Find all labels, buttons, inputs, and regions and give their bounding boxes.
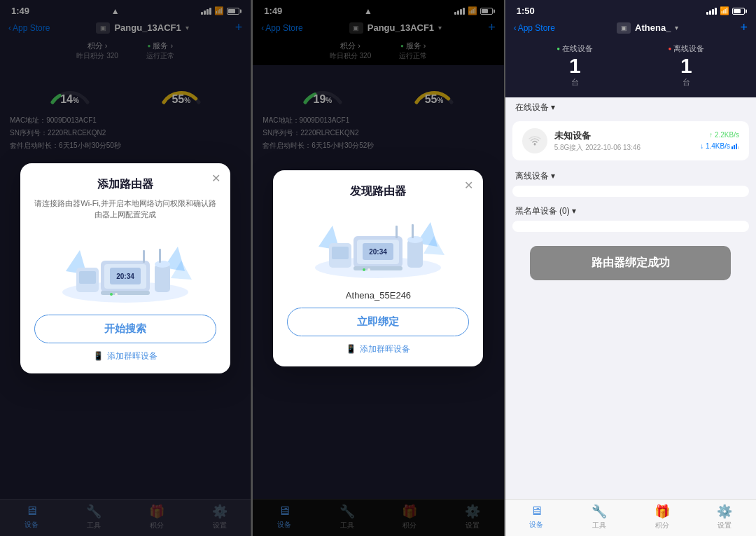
offline-unit: 台 [668, 77, 704, 88]
phone-panel-2: 1:49 ▲ 📶 ‹ App Store ▣ Pangu_13ACF1 ▾ + … [253, 0, 503, 536]
svg-rect-27 [332, 247, 349, 259]
tab-tools-icon-3: 🔧 [592, 504, 607, 519]
router-svg-2: 20:34 [308, 205, 448, 282]
device-info-unknown: 未知设备 5.8G接入 2022-10-06 13:46 [554, 130, 694, 153]
offline-device-list [512, 186, 749, 197]
offline-count: 1 [668, 54, 704, 77]
svg-point-33 [368, 268, 370, 271]
modal-close-1[interactable]: ✕ [211, 172, 220, 185]
router-illustration-1: 20:34 [34, 229, 216, 306]
blacklist-section-header[interactable]: 黑名单设备 (0) ▾ [505, 201, 756, 219]
status-right-3: 📶 [706, 6, 745, 15]
tab-devices-label-3: 设备 [529, 520, 543, 530]
svg-rect-25 [354, 266, 402, 270]
phone-panel-3: 1:50 📶 ‹ App Store ▣ Athena_ ▾ + ● 在线设备 [505, 0, 756, 536]
add-btn-3[interactable]: + [740, 20, 748, 35]
phone-icon-1: 📱 [93, 351, 104, 361]
back-btn-3[interactable]: ‹ App Store [514, 23, 555, 33]
svg-rect-8 [101, 291, 150, 295]
nav-title-3: ▣ Athena_ ▾ [617, 22, 678, 34]
modal-title-2: 发现路由器 [287, 184, 469, 199]
online-count: 1 [556, 54, 593, 77]
tab-devices-icon-3: 🖥 [530, 504, 542, 518]
speed-up: ↑ 2.2KB/s [700, 130, 739, 141]
svg-point-32 [363, 268, 365, 271]
modal-add-router: ✕ 添加路由器 请连接路由器Wi-Fi,并开启本地网络访问权限和确认路由器上网配… [20, 163, 230, 373]
signal-bars-3 [706, 8, 717, 15]
offline-stat: ● 离线设备 1 台 [668, 43, 704, 88]
phone-icon-2: 📱 [346, 344, 356, 354]
tab-points-label-3: 积分 [655, 521, 669, 530]
device-item-unknown[interactable]: 未知设备 5.8G接入 2022-10-06 13:46 ↑ 2.2KB/s ↓… [512, 121, 749, 160]
online-device-list: 未知设备 5.8G接入 2022-10-06 13:46 ↑ 2.2KB/s ↓… [512, 121, 749, 160]
modal-title-1: 添加路由器 [34, 177, 216, 192]
tab-settings-icon-3: ⚙️ [717, 504, 732, 519]
svg-point-16 [115, 293, 118, 296]
tab-settings-label-3: 设置 [718, 521, 732, 530]
bind-now-btn[interactable]: 立即绑定 [287, 308, 469, 336]
unknown-device-name: 未知设备 [554, 130, 694, 142]
router-svg-1: 20:34 [55, 229, 195, 306]
tab-settings-3[interactable]: ⚙️ 设置 [693, 504, 756, 530]
modal-overlay-1: ✕ 添加路由器 请连接路由器Wi-Fi,并开启本地网络访问权限和确认路由器上网配… [0, 0, 251, 536]
svg-rect-13 [143, 250, 145, 263]
signal-strength-icon [732, 144, 739, 149]
svg-point-34 [533, 144, 536, 146]
tab-tools-label-3: 工具 [592, 521, 606, 530]
svg-text:20:34: 20:34 [116, 273, 134, 280]
chevron-3: ▾ [675, 24, 678, 32]
tab-devices-3[interactable]: 🖥 设备 [505, 504, 568, 530]
tab-points-3[interactable]: 🎁 积分 [631, 504, 694, 530]
svg-text:20:34: 20:34 [370, 248, 388, 256]
svg-rect-30 [396, 226, 398, 238]
time-3: 1:50 [517, 6, 535, 16]
add-group-btn-1[interactable]: 📱 添加群晖设备 [34, 350, 216, 362]
online-section-header[interactable]: 在线设备 ▾ [505, 97, 756, 116]
device-wifi-icon [522, 128, 547, 153]
battery-icon-3 [732, 8, 745, 15]
svg-point-29 [407, 236, 423, 243]
blacklist-device-list [512, 221, 749, 232]
add-group-btn-2[interactable]: 📱 添加群晖设备 [287, 343, 469, 355]
router-icon-3: ▣ [617, 22, 631, 34]
found-device-name: Athena_55E246 [287, 290, 469, 301]
svg-rect-10 [79, 271, 96, 284]
start-search-btn[interactable]: 开始搜索 [34, 315, 216, 343]
online-unit: 台 [556, 77, 593, 88]
svg-rect-14 [159, 249, 161, 263]
svg-point-15 [110, 293, 113, 296]
bind-success-btn[interactable]: 路由器绑定成功 [530, 246, 731, 280]
status-bar-3: 1:50 📶 [505, 0, 756, 19]
modal-overlay-2: ✕ 发现路由器 20:34 [253, 0, 503, 536]
device-name-3: Athena_ [635, 22, 671, 33]
wifi-icon-3: 📶 [720, 6, 729, 15]
unknown-device-sub: 5.8G接入 2022-10-06 13:46 [554, 143, 694, 153]
modal-discover-router: ✕ 发现路由器 20:34 [273, 170, 483, 366]
svg-rect-31 [412, 224, 414, 238]
router-illustration-2: 20:34 [287, 205, 469, 282]
svg-rect-11 [155, 264, 170, 292]
stats-row-3: ● 在线设备 1 台 ● 离线设备 1 台 [505, 38, 756, 97]
device-speed: ↑ 2.2KB/s ↓ 1.4KB/s [700, 130, 739, 152]
svg-rect-28 [407, 240, 423, 268]
tab-tools-3[interactable]: 🔧 工具 [568, 504, 631, 530]
nav-bar-3: ‹ App Store ▣ Athena_ ▾ + [505, 19, 756, 38]
online-stat: ● 在线设备 1 台 [556, 43, 593, 88]
svg-point-12 [155, 261, 170, 268]
tab-bar-3: 🖥 设备 🔧 工具 🎁 积分 ⚙️ 设置 [505, 499, 756, 536]
tab-points-icon-3: 🎁 [654, 504, 670, 519]
modal-close-2[interactable]: ✕ [464, 179, 473, 192]
phone-panel-1: 1:49 ▲ 📶 ‹ App Store ▣ Pangu_13ACF1 ▾ + … [0, 0, 251, 536]
device-content-3: 在线设备 ▾ 未知设备 5.8G接入 [505, 97, 756, 499]
speed-down: ↓ 1.4KB/s [700, 141, 730, 152]
modal-desc-1: 请连接路由器Wi-Fi,并开启本地网络访问权限和确认路由器上网配置完成 [34, 198, 216, 221]
wifi-signal-icon [528, 135, 542, 146]
offline-section-header[interactable]: 离线设备 ▾ [505, 166, 756, 184]
